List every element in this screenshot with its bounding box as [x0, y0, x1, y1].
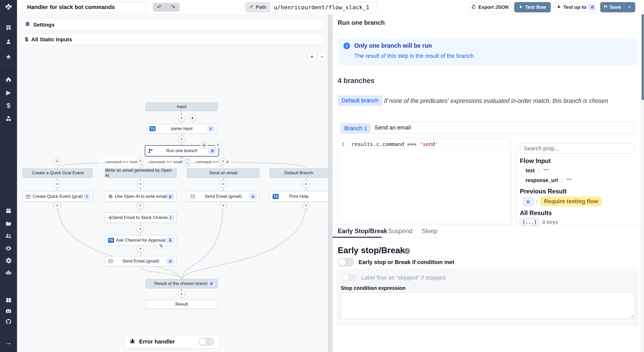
audit-eye-icon[interactable]	[0, 244, 17, 252]
undo-icon[interactable]: ↶	[153, 3, 166, 12]
resize-handle-icon[interactable]	[630, 314, 634, 319]
window-scrollbar[interactable]	[641, 0, 644, 352]
slack-icon	[108, 215, 113, 220]
label-skipped-toggle[interactable]	[342, 274, 357, 282]
add-step-button[interactable]: +	[137, 181, 144, 188]
path-group[interactable]: Path u/henricourdent/flow_slack_1	[245, 2, 377, 12]
step-ref-chip[interactable]: u	[523, 197, 533, 206]
early-stop-heading: Early stop/Break	[338, 245, 405, 255]
add-step-button[interactable]: +	[178, 114, 185, 122]
windmill-logo-icon[interactable]	[0, 3, 17, 10]
groups-icon[interactable]	[0, 232, 17, 240]
variables-dollar-icon[interactable]: $	[0, 102, 17, 109]
move-step-button[interactable]	[200, 141, 208, 149]
editor-scrollbar[interactable]	[510, 138, 512, 224]
tab-early-stop-break[interactable]: Early Stop/Break	[338, 227, 387, 235]
all-results-row[interactable]: {...} 8 keys	[520, 218, 558, 226]
error-handler-box[interactable]: Error handler	[124, 335, 220, 349]
add-step-button[interactable]: +	[178, 290, 185, 298]
remove-branch-button[interactable]: ×	[54, 158, 61, 165]
add-step-button[interactable]: +	[54, 181, 61, 188]
step-node-gmail[interactable]: Send Email (gmail) u	[187, 191, 259, 202]
add-step-button[interactable]: +	[302, 202, 310, 209]
step-node-gmail-2[interactable]: Send Email (gmail) o	[105, 256, 177, 266]
github-icon[interactable]	[0, 318, 17, 325]
default-branch-description: If none of the predicates' expressions e…	[384, 97, 608, 104]
step-id-badge: d	[208, 148, 216, 154]
branch-header[interactable]: Write an email generated by Open AI	[105, 168, 177, 178]
add-step-button[interactable]: +	[178, 136, 185, 143]
add-step-button[interactable]: +	[137, 225, 144, 233]
run-one-branch-node[interactable]: Run one branch d	[145, 145, 219, 157]
favorites-star-icon[interactable]: ★	[0, 53, 17, 61]
predicate-code-editor[interactable]: 1 results.c.command === 'send'	[338, 138, 512, 224]
step-node-print-help[interactable]: TS Print Help	[269, 191, 328, 202]
info-icon: i	[343, 43, 350, 49]
step-node-openai[interactable]: Use Open AI to write email p	[105, 191, 177, 202]
delete-step-button[interactable]: ×	[215, 142, 221, 149]
branch-header[interactable]: Default Branch	[269, 168, 328, 178]
folders-icon[interactable]	[0, 220, 17, 227]
prop-row[interactable]: text : ""	[526, 168, 549, 174]
branch1-summary-input[interactable]	[370, 122, 634, 134]
export-icon	[471, 4, 476, 10]
tab-sleep[interactable]: Sleep	[422, 227, 437, 235]
runs-play-icon[interactable]: ▶	[0, 89, 17, 96]
flow-result-node[interactable]: Result	[146, 300, 218, 309]
step-node-gcal[interactable]: 31 Create Quick Event (gcal) t	[23, 191, 93, 202]
calendar-icon: 31	[26, 194, 31, 199]
branch-header[interactable]: Create a Quick Gcal Event	[23, 168, 93, 178]
previous-result-row[interactable]: u : Require testing flow	[523, 197, 602, 206]
remove-branch-button[interactable]: ×	[137, 158, 144, 165]
ai-robot-icon[interactable]	[0, 269, 17, 276]
docs-book-icon[interactable]	[0, 296, 17, 304]
test-flow-button[interactable]: Test flow	[514, 2, 551, 12]
move-branch-icon[interactable]	[184, 160, 191, 167]
branch-header[interactable]: Send an email	[187, 168, 259, 178]
schedules-calendar-icon[interactable]	[0, 207, 17, 215]
resources-cubes-icon[interactable]	[0, 115, 17, 122]
branch-predicate-label: ....command === 'event'	[100, 159, 141, 165]
search-prop-input[interactable]	[520, 143, 634, 154]
home-icon[interactable]	[0, 76, 17, 83]
add-step-button[interactable]: +	[219, 181, 227, 188]
suspend-phone-icon[interactable]	[156, 242, 166, 249]
step-node-approval[interactable]: TS Ask Channel for Approval k	[105, 235, 177, 245]
branch-result-node[interactable]: Result of the chosen branch d	[146, 279, 218, 288]
save-button[interactable]: Save	[600, 2, 624, 12]
default-branch-chip[interactable]: Default branch	[338, 95, 382, 106]
settings-gear-icon[interactable]	[0, 257, 17, 264]
flow-input-node[interactable]: Input	[146, 103, 218, 111]
stop-condition-textarea[interactable]	[341, 292, 635, 319]
early-stop-toggle[interactable]	[338, 258, 354, 267]
export-json-button[interactable]: Export JSON	[469, 2, 511, 12]
redo-icon[interactable]: ↷	[166, 3, 180, 12]
flow-title-input[interactable]	[23, 2, 147, 12]
add-step-button[interactable]: +	[219, 202, 227, 209]
add-step-button[interactable]: +	[54, 202, 61, 209]
test-up-to-button[interactable]: Test up to d	[554, 2, 599, 12]
prop-row[interactable]: response_url : ""	[526, 177, 572, 183]
tab-suspend[interactable]: Suspend	[388, 227, 412, 235]
panel-resize-scrollbar[interactable]	[328, 14, 333, 352]
discord-icon[interactable]	[0, 307, 17, 315]
gmail-icon	[190, 194, 195, 199]
step-node-slack[interactable]: Send Email to Slack Channel r	[105, 212, 177, 223]
add-step-button[interactable]: +	[137, 245, 144, 252]
scrollbar-thumb[interactable]	[642, 12, 644, 100]
collapse-arrow-icon[interactable]: →	[0, 339, 17, 346]
user-icon[interactable]	[0, 38, 17, 46]
info-title: Only one branch will be run	[354, 42, 432, 49]
branch1-chip[interactable]: Branch 1	[341, 123, 371, 134]
workspace-icon[interactable]	[0, 24, 17, 31]
branch-predicate-label: ....command === 'email'	[143, 159, 184, 165]
object-chip[interactable]: {...}	[520, 218, 539, 226]
add-step-button[interactable]: +	[137, 202, 144, 209]
parse-input-node[interactable]: TS parse input c	[146, 124, 217, 134]
stop-condition-label: Stop condition expression	[341, 285, 405, 291]
trigger-bolt-icon[interactable]	[189, 114, 196, 122]
remove-branch-button[interactable]: ×	[220, 158, 226, 165]
add-step-button[interactable]: +	[302, 181, 310, 188]
error-handler-toggle[interactable]	[198, 338, 214, 346]
save-dropdown-button[interactable]	[624, 2, 635, 12]
